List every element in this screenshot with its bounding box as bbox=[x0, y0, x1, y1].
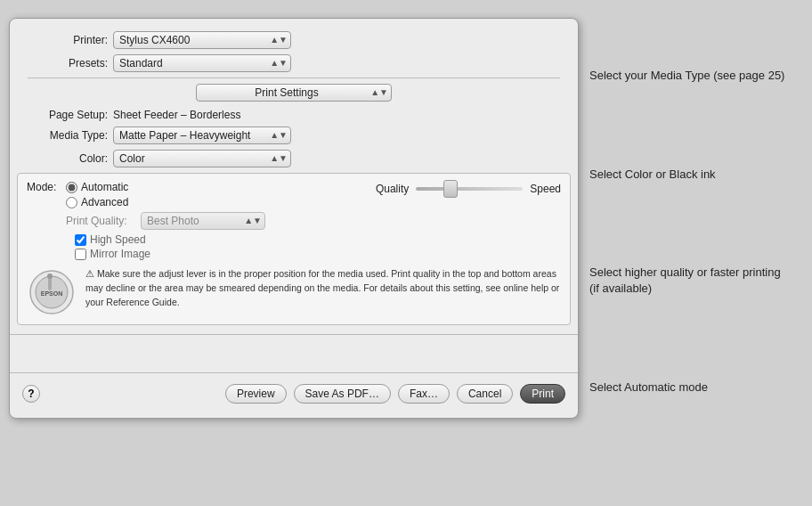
mode-advanced-label: Advanced bbox=[81, 196, 128, 208]
presets-select[interactable]: Standard bbox=[113, 54, 291, 72]
panel-select[interactable]: Print Settings bbox=[196, 84, 392, 102]
warning-icon: ⚠ bbox=[85, 268, 94, 279]
annotation-media-type: Select your Media Type (see page 25) bbox=[589, 68, 792, 84]
print-dialog: Printer: Stylus CX4600 ▲▼ Presets: Stand… bbox=[9, 18, 579, 419]
media-type-select-wrapper: Matte Paper – Heavyweight ▲▼ bbox=[113, 126, 291, 144]
epson-logo: EPSON bbox=[27, 267, 77, 317]
speed-label: Speed bbox=[530, 183, 561, 195]
media-type-row: Media Type: Matte Paper – Heavyweight ▲▼ bbox=[28, 126, 560, 144]
svg-text:EPSON: EPSON bbox=[41, 290, 63, 297]
print-button[interactable]: Print bbox=[520, 384, 565, 404]
mode-advanced-radio[interactable] bbox=[66, 197, 77, 208]
printer-label: Printer: bbox=[28, 34, 108, 46]
preview-button[interactable]: Preview bbox=[225, 384, 287, 404]
printer-row: Printer: Stylus CX4600 ▲▼ bbox=[28, 31, 560, 49]
annotation-color-ink: Select Color or Black ink bbox=[589, 167, 792, 183]
printer-select-wrapper: Stylus CX4600 ▲▼ bbox=[113, 31, 291, 49]
divider-1 bbox=[28, 78, 560, 78]
page-setup-row: Page Setup: Sheet Feeder – Borderless bbox=[28, 109, 560, 121]
presets-row: Presets: Standard ▲▼ bbox=[28, 54, 560, 72]
mode-label: Mode: bbox=[27, 181, 66, 193]
high-speed-checkbox[interactable] bbox=[75, 234, 86, 246]
bottom-divider-2 bbox=[10, 372, 578, 373]
svg-point-4 bbox=[47, 273, 53, 279]
bottom-bar: ? Preview Save As PDF… Fax… Cancel Print bbox=[10, 380, 578, 407]
high-speed-row: High Speed bbox=[75, 233, 561, 246]
quality-slider[interactable] bbox=[416, 187, 523, 191]
printer-select[interactable]: Stylus CX4600 bbox=[113, 31, 291, 49]
annotations-panel: Select your Media Type (see page 25) Sel… bbox=[579, 27, 803, 437]
print-quality-select[interactable]: Best Photo bbox=[141, 212, 265, 230]
mode-automatic-row: Automatic bbox=[66, 181, 128, 193]
help-button[interactable]: ? bbox=[22, 385, 40, 403]
color-label: Color: bbox=[28, 152, 108, 165]
mirror-image-row: Mirror Image bbox=[75, 248, 561, 260]
print-quality-row: Print Quality: Best Photo ▲▼ bbox=[66, 212, 561, 230]
media-type-select[interactable]: Matte Paper – Heavyweight bbox=[113, 126, 291, 144]
cancel-button[interactable]: Cancel bbox=[457, 384, 513, 404]
presets-select-wrapper: Standard ▲▼ bbox=[113, 54, 291, 72]
mode-advanced-row: Advanced bbox=[66, 196, 561, 208]
media-type-label: Media Type: bbox=[28, 129, 108, 142]
mirror-image-label: Mirror Image bbox=[90, 248, 150, 260]
high-speed-label: High Speed bbox=[90, 233, 146, 246]
color-row: Color: Color ▲▼ bbox=[28, 150, 560, 167]
page-setup-value: Sheet Feeder – Borderless bbox=[113, 109, 240, 121]
panel-select-wrapper: Print Settings ▲▼ bbox=[196, 84, 392, 102]
mirror-image-checkbox[interactable] bbox=[75, 249, 86, 260]
mode-automatic-radio[interactable] bbox=[66, 182, 77, 193]
warning-text: ⚠ Make sure the adjust lever is in the p… bbox=[85, 267, 561, 309]
epson-logo-svg: EPSON bbox=[28, 269, 75, 315]
color-select-wrapper: Color ▲▼ bbox=[113, 150, 291, 167]
print-quality-select-wrapper: Best Photo ▲▼ bbox=[141, 212, 265, 230]
panel-select-row: Print Settings ▲▼ bbox=[28, 84, 560, 102]
print-quality-label: Print Quality: bbox=[66, 215, 137, 227]
page-setup-label: Page Setup: bbox=[28, 109, 108, 121]
presets-label: Presets: bbox=[28, 57, 108, 69]
mode-content: Automatic Quality Speed Advanced bbox=[66, 181, 561, 262]
mode-header: Mode: Automatic Quality Speed bbox=[27, 181, 561, 262]
save-pdf-button[interactable]: Save As PDF… bbox=[294, 384, 391, 404]
quality-label: Quality bbox=[376, 183, 409, 195]
mode-section: Mode: Automatic Quality Speed bbox=[17, 173, 571, 325]
bottom-divider bbox=[10, 334, 578, 335]
quality-row: Quality Speed bbox=[376, 183, 561, 195]
logo-warning-row: EPSON ⚠ Make sure the adjust lever is in… bbox=[27, 267, 561, 317]
fax-button[interactable]: Fax… bbox=[398, 384, 450, 404]
mode-automatic-label: Automatic bbox=[81, 181, 128, 193]
annotation-quality: Select higher quality or faster printing… bbox=[589, 265, 792, 297]
annotation-automatic: Select Automatic mode bbox=[589, 380, 792, 396]
color-select[interactable]: Color bbox=[113, 150, 291, 167]
